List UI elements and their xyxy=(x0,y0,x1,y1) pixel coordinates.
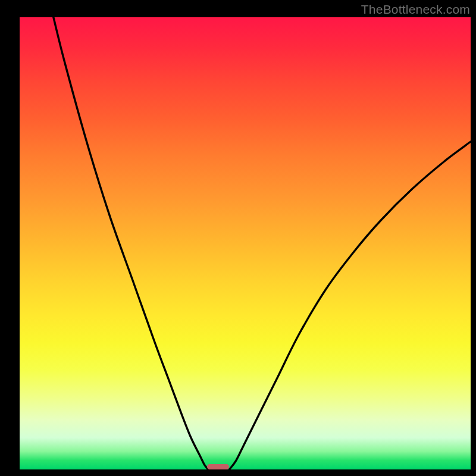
curves-group xyxy=(54,17,471,469)
curve-layer xyxy=(0,0,476,476)
curve-left-branch xyxy=(54,17,208,469)
minimum-marker xyxy=(207,464,230,469)
chart-frame: TheBottleneck.com xyxy=(0,0,476,476)
curve-right-branch xyxy=(229,142,471,469)
